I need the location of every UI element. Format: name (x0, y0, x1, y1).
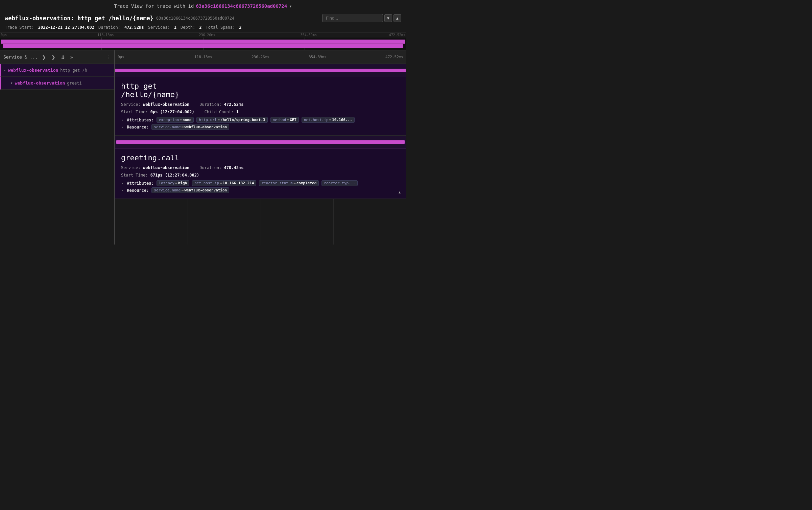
span-row-1[interactable]: ▾ webflux-observation http get /h (0, 64, 114, 77)
span2-expand-btn[interactable]: ▾ (10, 81, 13, 85)
attr-row-1-attrs: › Attributes: exception=none http.url=/h… (121, 117, 400, 123)
d1-dur-value: 472.52ms (224, 102, 244, 107)
ruler-1: 118.13ms (97, 33, 114, 37)
trace-view-label: Trace View for trace with id (114, 3, 194, 9)
detail-attrs-2: › Attributes: latency=high net.host.ip=1… (121, 180, 400, 193)
tl-label-2: 236.26ms (232, 55, 289, 59)
d1-svc-label: Service: webflux-observation (121, 102, 189, 107)
tl-row-1[interactable]: http get/hello/{name} Service: webflux-o… (115, 64, 406, 136)
tl-bar-wrapper-1 (115, 64, 406, 77)
mini-bar-2 (1, 44, 405, 48)
attr1-key: Attributes: (127, 118, 153, 122)
res1-chevron[interactable]: › (121, 125, 123, 130)
scroll-to-top-icon[interactable]: ▴ (398, 189, 401, 195)
start-label: Trace Start: (5, 25, 34, 30)
res2-tag-svc: service.name=webflux-observation (151, 187, 229, 193)
d2-start-label: Start Time: 671µs (12:27:04.002) (121, 173, 199, 178)
duration-value: 472.52ms (124, 25, 144, 30)
attr-row-2-resource: › Resource: service.name=webflux-observa… (121, 187, 400, 193)
d1-svc-value: webflux-observation (143, 102, 189, 107)
d1-child-value: 1 (236, 110, 239, 114)
d2-start-value: 671µs (12:27:04.002) (150, 173, 199, 178)
span2-operation: greeti (67, 81, 81, 86)
start-value: 2022-12-21 12:27:04.002 (38, 25, 94, 30)
res1-key: Resource: (127, 125, 149, 130)
detail-panel-1: http get/hello/{name} Service: webflux-o… (115, 77, 406, 135)
d1-dur-label: Duration: 472.52ms (199, 102, 243, 107)
trace-meta: Trace Start: 2022-12-21 12:27:04.002 Dur… (0, 24, 406, 32)
expand-one-button[interactable]: ❯ (50, 54, 57, 61)
find-bar: ▾ ▴ (322, 14, 401, 22)
detail-panel-2: greeting.call Service: webflux-observati… (115, 148, 406, 199)
mini-bar-1 (1, 40, 405, 44)
ruler-4: 472.52ms (389, 33, 405, 37)
depth-label: Depth: (181, 25, 195, 30)
timeline-header: 0µs 118.13ms 236.26ms 354.39ms 472.52ms (115, 50, 406, 64)
subtitle-trace-id: 63a36c1866134c86673728560ad00724 (156, 16, 234, 21)
attr-row-1-resource: › Resource: service.name=webflux-observa… (121, 124, 400, 130)
attr2-tag-latency: latency=high (157, 180, 189, 186)
timeline-rows: http get/hello/{name} Service: webflux-o… (115, 64, 406, 245)
tl-row-2[interactable]: greeting.call Service: webflux-observati… (115, 136, 406, 199)
timeline-labels: 0µs 118.13ms 236.26ms 354.39ms 472.52ms (115, 55, 406, 59)
left-panel-header: Service & ... ❯ ❯ ⇊ » ⋮ (0, 50, 114, 64)
span-tree: ▾ webflux-observation http get /h ▾ webf… (0, 64, 114, 245)
attr2-tag-reactor-status: reactor.status=completed (259, 180, 319, 186)
detail-title-1: http get/hello/{name} (121, 82, 400, 99)
detail-meta-2: Service: webflux-observation Duration: 4… (121, 165, 400, 170)
d1-start-value: 0µs (12:27:04.002) (150, 110, 194, 114)
subtitle-row: webflux-observation: http get /hello/{na… (0, 11, 406, 24)
span1-service: webflux-observation (8, 68, 58, 73)
collapse-all-button[interactable]: ⇊ (59, 54, 66, 61)
tl-bar-2 (116, 140, 404, 144)
tl-label-1: 118.13ms (175, 55, 232, 59)
d2-svc-label: Service: webflux-observation (121, 165, 189, 170)
attr2-chevron[interactable]: › (121, 181, 123, 186)
ruler-0: 0µs (1, 33, 7, 37)
find-next-button[interactable]: ▴ (393, 14, 401, 22)
d2-svc-value: webflux-observation (143, 165, 189, 170)
expand-all-button[interactable]: » (69, 54, 74, 61)
attr1-chevron[interactable]: › (121, 118, 123, 122)
detail-attrs-1: › Attributes: exception=none http.url=/h… (121, 117, 400, 130)
attr2-tag-reactor-typ: reactor.typ... (321, 180, 358, 186)
d2-dur-value: 470.48ms (224, 165, 244, 170)
detail-meta-1: Service: webflux-observation Duration: 4… (121, 102, 400, 107)
attr1-tag-method: method=GET (270, 117, 299, 123)
resize-handle[interactable]: ⋮ (105, 54, 111, 60)
top-header: Trace View for trace with id 63a36c18661… (0, 0, 406, 11)
find-input[interactable] (322, 14, 383, 22)
services-label: Services: (148, 25, 170, 30)
left-panel: Service & ... ❯ ❯ ⇊ » ⋮ ▾ webflux-observ… (0, 50, 115, 245)
total-spans-value: 2 (239, 25, 241, 30)
header-chevron[interactable]: ▾ (289, 3, 292, 9)
d2-dur-label: Duration: 470.48ms (199, 165, 243, 170)
detail-title-2: greeting.call (121, 154, 400, 162)
mini-timeline: 0µs 118.13ms 236.26ms 354.39ms 472.52ms (0, 32, 406, 50)
res2-chevron[interactable]: › (121, 188, 123, 193)
tl-label-3: 354.39ms (289, 55, 346, 59)
d1-child-label: Child Count: 1 (205, 110, 239, 114)
tl-bar-wrapper-2 (115, 136, 406, 148)
trace-id-header: 63a36c1866134c86673728560ad00724 (196, 3, 287, 9)
subtitle-left: webflux-observation: http get /hello/{na… (5, 15, 234, 22)
attr2-key: Attributes: (127, 181, 153, 186)
main-area: Service & ... ❯ ❯ ⇊ » ⋮ ▾ webflux-observ… (0, 50, 406, 245)
detail-meta-2b: Start Time: 671µs (12:27:04.002) (121, 173, 400, 178)
span1-expand-btn[interactable]: ▾ (4, 68, 6, 72)
attr2-tag-ip: net.host.ip=10.166.132.214 (192, 180, 256, 186)
d1-start-label: Start Time: 0µs (12:27:04.002) (121, 110, 194, 114)
res1-tag-svc: service.name=webflux-observation (151, 124, 229, 130)
res2-key: Resource: (127, 188, 149, 193)
attr1-tag-exception: exception=none (157, 117, 194, 123)
attr-row-2-attrs: › Attributes: latency=high net.host.ip=1… (121, 180, 400, 186)
span2-service: webflux-observation (15, 80, 65, 86)
tl-label-4: 472.52ms (346, 55, 405, 59)
duration-label: Duration: (98, 25, 120, 30)
services-value: 1 (174, 25, 176, 30)
span-row-2[interactable]: ▾ webflux-observation greeti (0, 77, 114, 90)
right-panel: 0µs 118.13ms 236.26ms 354.39ms 472.52ms … (115, 50, 406, 245)
find-prev-button[interactable]: ▾ (384, 14, 392, 22)
tl-bar-1 (115, 69, 406, 72)
collapse-button[interactable]: ❯ (41, 54, 47, 61)
